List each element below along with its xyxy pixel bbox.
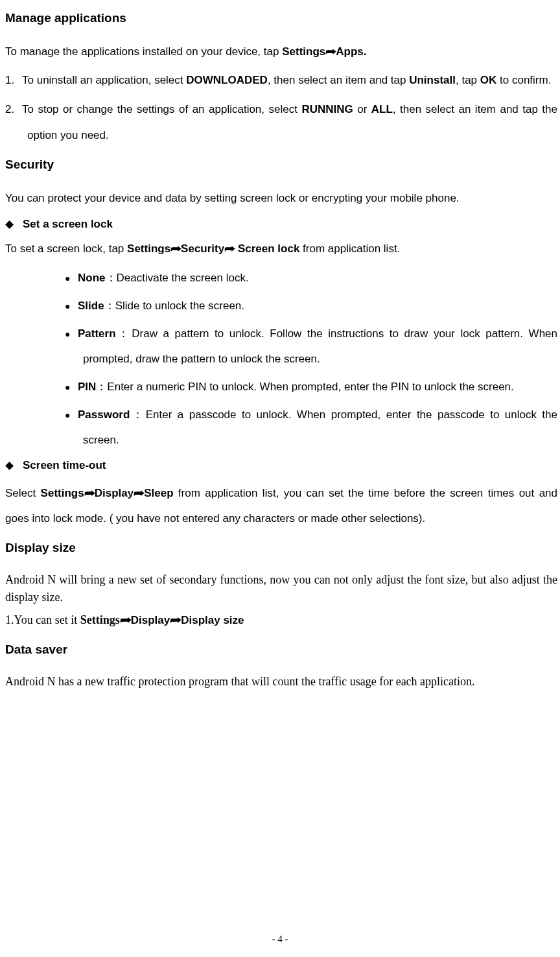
list-item: 1.To uninstall an application, select DO…: [5, 67, 557, 93]
arrow-icon: ➦: [325, 41, 336, 62]
colon: ：: [116, 327, 132, 340]
bold-screen-lock: Screen lock: [235, 242, 299, 255]
bold-pin: PIN: [78, 381, 96, 393]
bold-slide: Slide: [78, 300, 104, 312]
bold-downloaded: DOWNLOADED: [186, 74, 268, 86]
text: to confirm.: [496, 74, 551, 86]
text: Select: [5, 487, 41, 499]
page-number: - 4 -: [0, 930, 560, 949]
text: Enter a numeric PIN to unlock. When prom…: [107, 381, 513, 393]
arrow-icon: ➦: [170, 611, 181, 629]
bold-all: ALL: [371, 103, 393, 115]
bold-settings: Settings: [80, 613, 120, 626]
text: To uninstall an application, select: [22, 74, 186, 86]
colon: ：: [96, 381, 107, 393]
text: To manage the applications installed on …: [5, 45, 282, 58]
text: Draw a pattern to unlock. Follow the ins…: [83, 327, 557, 365]
bold-none: None: [78, 272, 106, 284]
diamond-set-screen-lock: ◆ Set a screen lock: [3, 214, 557, 235]
bold-password: Password: [78, 408, 130, 421]
arrow-icon: ➦: [170, 239, 181, 259]
arrow-icon: ➦: [119, 611, 131, 629]
number-marker: 2.: [5, 97, 22, 122]
display-size-p2: 1.You can set it Settings➦Display➦Displa…: [3, 611, 557, 629]
diamond-label: Set a screen lock: [23, 214, 113, 235]
text: from application list.: [299, 242, 400, 255]
heading-display-size: Display size: [3, 536, 557, 560]
list-item: ●Slide：Slide to unlock the screen.: [65, 293, 557, 318]
colon: ：: [104, 300, 115, 312]
diamond-icon: ◆: [5, 214, 14, 235]
arrow-icon: ➦: [224, 239, 235, 259]
bold-pattern: Pattern: [78, 327, 116, 340]
bullet-icon: ●: [65, 268, 78, 289]
arrow-icon: ➦: [84, 480, 95, 506]
bold-settings: Settings: [41, 487, 84, 499]
text: To stop or change the settings of an app…: [22, 103, 301, 115]
bullet-icon: ●: [65, 377, 78, 397]
manage-apps-intro: To manage the applications installed on …: [3, 41, 557, 62]
text: To set a screen lock, tap: [5, 242, 127, 255]
data-saver-p1: Android N has a new traffic protection p…: [3, 673, 557, 691]
bold-display: Display: [95, 487, 134, 499]
bold-apps: Apps.: [336, 45, 366, 58]
bold-display-size: Display size: [181, 614, 244, 626]
text: or: [353, 103, 371, 115]
arrow-icon: ➦: [134, 480, 145, 506]
bullet-icon: ●: [65, 324, 78, 344]
colon: ：: [130, 408, 145, 421]
bold-display: Display: [131, 614, 170, 626]
security-intro: You can protect your device and data by …: [3, 188, 557, 209]
bold-running: RUNNING: [301, 103, 353, 115]
list-item: ●None：Deactivate the screen lock.: [65, 265, 557, 290]
text: , then select an item and tap: [268, 74, 409, 86]
diamond-icon: ◆: [5, 455, 14, 476]
diamond-label: Screen time-out: [23, 455, 106, 476]
bold-security: Security: [181, 242, 224, 255]
screen-lock-options: ●None：Deactivate the screen lock. ●Slide…: [3, 265, 557, 453]
heading-security: Security: [3, 153, 557, 176]
list-item: ●PIN：Enter a numeric PIN to unlock. When…: [65, 374, 557, 399]
text: , tap: [456, 74, 480, 86]
colon: ：: [106, 272, 117, 284]
list-item: 2.To stop or change the settings of an a…: [5, 97, 557, 147]
bullet-icon: ●: [65, 405, 78, 425]
bold-sleep: Sleep: [144, 487, 173, 499]
display-size-p1: Android N will bring a new set of second…: [3, 571, 557, 606]
text: Enter a passcode to unlock. When prompte…: [83, 408, 557, 446]
screen-timeout-para: Select Settings➦Display➦Sleep from appli…: [3, 480, 557, 531]
diamond-screen-timeout: ◆ Screen time-out: [3, 455, 557, 476]
number-marker: 1.: [5, 67, 22, 93]
bold-uninstall: Uninstall: [409, 74, 456, 86]
bold-settings: Settings: [127, 242, 170, 255]
text: Slide to unlock the screen.: [115, 300, 244, 312]
bold-settings: Settings: [282, 45, 325, 58]
text: Deactivate the screen lock.: [117, 272, 249, 284]
manage-apps-list: 1.To uninstall an application, select DO…: [3, 67, 557, 147]
bold-ok: OK: [480, 74, 497, 86]
heading-data-saver: Data saver: [3, 638, 557, 661]
set-screen-lock-intro: To set a screen lock, tap Settings➦Secur…: [3, 239, 557, 259]
text: 1.You can set it: [5, 613, 80, 626]
list-item: ●Pattern：Draw a pattern to unlock. Follo…: [65, 321, 557, 372]
bullet-icon: ●: [65, 296, 78, 316]
list-item: ●Password：Enter a passcode to unlock. Wh…: [65, 402, 557, 453]
heading-manage-applications: Manage applications: [3, 6, 557, 30]
